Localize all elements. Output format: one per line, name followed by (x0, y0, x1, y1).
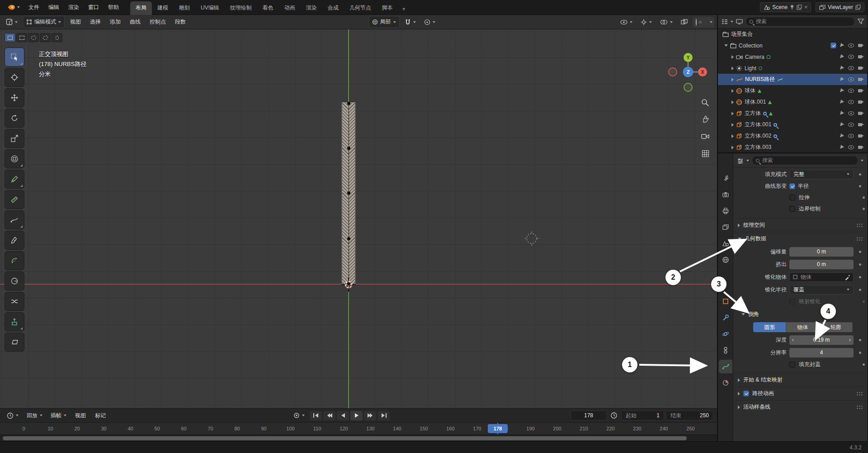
modifier-icon[interactable] (763, 112, 767, 115)
taper-object-field[interactable]: 物体 (789, 272, 854, 282)
animate-dot[interactable] (856, 263, 863, 266)
selectable-icon[interactable] (840, 43, 844, 48)
menu-segments[interactable]: 段数 (171, 16, 189, 28)
viewlayer-selector[interactable]: ViewLayer (816, 2, 864, 12)
workspace-tab-scripting[interactable]: 脚本 (377, 1, 398, 15)
outliner-row-cube-002[interactable]: 立方体.002 (718, 130, 867, 142)
mode-dropdown[interactable]: 编辑模式 (23, 16, 65, 28)
menu-add[interactable]: 添加 (106, 16, 124, 28)
shading-material-button[interactable] (703, 21, 705, 24)
tab-object[interactable] (719, 295, 732, 308)
render-visibility-icon[interactable] (858, 123, 862, 126)
expand-icon[interactable] (731, 100, 734, 104)
zoom-button[interactable] (699, 96, 712, 109)
tool-radius[interactable] (5, 272, 24, 291)
tool-rotate[interactable] (5, 109, 24, 128)
section-path-animation[interactable]: 路径动画 (733, 386, 867, 400)
bevel-mode-round[interactable]: 圆形 (753, 322, 786, 332)
bounds-clamp-checkbox[interactable] (789, 206, 795, 212)
expand-icon[interactable] (731, 123, 734, 127)
control-point[interactable] (347, 102, 350, 105)
expand-icon[interactable] (731, 134, 734, 138)
frame-end-field[interactable]: 结束250 (666, 410, 713, 420)
render-visibility-icon[interactable] (858, 112, 862, 115)
outliner-search-input[interactable]: 搜索 (745, 17, 855, 26)
selectable-icon[interactable] (840, 111, 844, 116)
control-point[interactable] (347, 237, 350, 240)
section-bevel[interactable]: 倒角 (733, 307, 867, 321)
workspace-tab-geonodes[interactable]: 几何节点 (344, 1, 377, 15)
timeline-scrollbar[interactable] (0, 434, 717, 441)
expand-icon[interactable] (724, 44, 728, 47)
edit-mode-data-icon[interactable] (777, 77, 783, 82)
animate-dot[interactable] (860, 300, 867, 303)
tool-curve-pen[interactable] (5, 231, 24, 250)
tool-extrude[interactable] (5, 312, 24, 331)
offset-field[interactable]: 0 m (789, 247, 854, 257)
hide-icon[interactable] (848, 134, 854, 138)
stretch-checkbox[interactable] (789, 195, 795, 200)
workspace-tab-rendering[interactable]: 渲染 (301, 1, 322, 15)
radius-checkbox[interactable] (789, 183, 795, 189)
playback-menu[interactable]: 回放 (24, 410, 46, 421)
display-mode-icon[interactable] (736, 19, 743, 24)
select-mode-box[interactable] (16, 33, 27, 42)
workspace-tab-modeling[interactable]: 建模 (152, 1, 174, 15)
selectable-icon[interactable] (840, 88, 844, 93)
hide-icon[interactable] (848, 100, 854, 104)
toggle-ortho-button[interactable] (699, 147, 712, 160)
jump-to-start-button[interactable] (310, 411, 322, 420)
drag-grip-icon[interactable] (856, 237, 863, 241)
proportional-edit-toggle[interactable] (421, 17, 439, 27)
control-point[interactable] (347, 191, 350, 195)
scene-selector[interactable]: Scene × (760, 2, 811, 12)
animate-dot[interactable] (860, 363, 867, 366)
animate-dot[interactable] (856, 276, 863, 278)
tab-material[interactable] (719, 376, 732, 390)
menu-render[interactable]: 渲染 (64, 2, 83, 13)
tool-select-box[interactable] (5, 48, 24, 67)
tab-modifiers[interactable] (719, 311, 732, 324)
expand-icon[interactable] (731, 55, 734, 59)
viewport-3d[interactable]: 正交顶视图 (178) NURBS路径 分米 (0, 29, 717, 408)
section-geometry[interactable]: 几何数据 (733, 232, 867, 245)
use-preview-range-icon[interactable] (610, 412, 618, 419)
timeline-marker-menu[interactable]: 标记 (91, 410, 109, 421)
timeline-editor-type-button[interactable] (4, 410, 22, 421)
tab-world[interactable] (719, 253, 732, 267)
bevel-mode-object[interactable]: 物体 (786, 322, 819, 332)
blender-menu-button[interactable] (4, 4, 24, 10)
workspace-tab-shading[interactable]: 着色 (257, 1, 279, 15)
scrollbar-handle[interactable] (3, 436, 687, 440)
menu-curve[interactable]: 曲线 (126, 16, 144, 28)
workspace-tab-sculpting[interactable]: 雕刻 (174, 1, 195, 15)
select-mode-lasso[interactable] (40, 33, 51, 42)
render-visibility-icon[interactable] (858, 100, 862, 104)
workspace-tab-uv[interactable]: UV编辑 (195, 1, 225, 15)
hide-icon[interactable] (848, 123, 854, 127)
gizmos-toggle[interactable] (637, 17, 655, 27)
shading-solid-button[interactable] (699, 21, 702, 24)
tool-draw-curve[interactable] (5, 210, 24, 229)
gizmo-axis-neg-x[interactable] (669, 68, 677, 76)
outliner-row-cube-001[interactable]: 立方体.001 (718, 119, 867, 130)
tool-randomize[interactable] (5, 292, 24, 311)
render-visibility-icon[interactable] (858, 89, 862, 92)
add-workspace-button[interactable]: + (398, 3, 410, 15)
pan-button[interactable] (699, 113, 712, 125)
menu-edit[interactable]: 编辑 (44, 2, 63, 13)
new-viewlayer-icon[interactable] (855, 5, 861, 10)
hide-icon[interactable] (848, 43, 854, 48)
menu-help[interactable]: 帮助 (104, 2, 123, 13)
menu-control-points[interactable]: 控制点 (146, 16, 170, 28)
section-active-spline[interactable]: 活动样条线 (733, 400, 867, 414)
animate-dot[interactable] (856, 251, 863, 253)
path-animation-checkbox[interactable] (743, 391, 749, 396)
gizmo-axis-neg-y[interactable] (684, 83, 692, 91)
control-point[interactable] (347, 147, 350, 150)
hide-icon[interactable] (848, 66, 854, 70)
transform-orientation-dropdown[interactable]: 局部 (368, 16, 400, 28)
tool-move[interactable] (5, 88, 24, 107)
eyedropper-icon[interactable] (844, 274, 850, 280)
outliner-row-nurbs-path[interactable]: NURBS路径 (718, 74, 867, 85)
